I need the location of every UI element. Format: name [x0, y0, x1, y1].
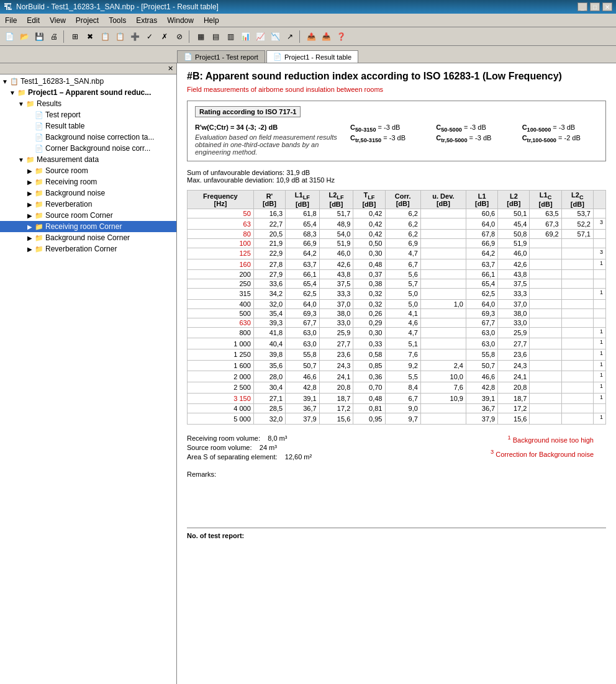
toolbar-btn11[interactable]: ✗ — [158, 30, 171, 43]
cell-3-10 — [561, 238, 593, 248]
menu-view[interactable]: View — [45, 15, 71, 26]
toolbar-chart1[interactable]: 📊 — [238, 30, 252, 43]
app-icon: 🏗 — [4, 2, 12, 12]
tree-expand-8[interactable]: ▶ — [26, 167, 34, 174]
tree-expand-1[interactable]: ▼ — [9, 89, 16, 96]
toolbar-table[interactable]: ▦ — [194, 30, 207, 43]
tree-item-14[interactable]: ▶📁Background noise Corner — [0, 232, 176, 243]
cell-20-5: 9,7 — [385, 413, 420, 425]
cell-10-1: 35,4 — [253, 308, 285, 318]
tree-item-3[interactable]: 📄Test report — [0, 109, 176, 120]
minimize-btn[interactable]: _ — [578, 2, 587, 11]
tree-item-4[interactable]: 📄Result table — [0, 120, 176, 132]
toolbar-export2[interactable]: 📥 — [319, 30, 333, 43]
toolbar-btn9[interactable]: ➕ — [128, 30, 142, 43]
cell-15-8: 24,3 — [498, 360, 530, 371]
toolbar-arrow[interactable]: ↗ — [283, 30, 297, 43]
tree-expand-7[interactable]: ▼ — [17, 156, 25, 163]
tree-item-2[interactable]: ▼📁Results — [0, 98, 176, 109]
menu-edit[interactable]: Edit — [22, 15, 45, 26]
table-row-12: 80041,863,025,90,304,763,025,91 — [188, 327, 606, 338]
cell-11-0: 630 — [188, 318, 254, 327]
cell-2-7: 67,8 — [466, 229, 497, 238]
tree-item-15[interactable]: ▶📁Reverberation Corner — [0, 243, 176, 254]
tree-item-6[interactable]: 📄Corner Background noise corr... — [0, 143, 176, 154]
toolbar-chart2[interactable]: 📈 — [253, 30, 267, 43]
cell-10-9 — [530, 308, 561, 318]
tree-label-0: Test1_16283-1_SAN.nbp — [20, 77, 104, 86]
cell-3-11 — [594, 238, 606, 248]
panel-close-btn[interactable]: ✕ — [166, 65, 175, 73]
tree-expand-15[interactable]: ▶ — [26, 245, 34, 253]
cell-6-2: 66,1 — [286, 270, 320, 279]
report-subtitle: Field measurements of airborne sound ins… — [187, 86, 606, 93]
tab-icon-1: 📄 — [184, 53, 192, 61]
tree-expand-13[interactable]: ▶ — [26, 223, 34, 230]
cell-3-0: 100 — [188, 238, 254, 248]
menu-file[interactable]: File — [0, 15, 22, 26]
toolbar-export1[interactable]: 📤 — [304, 30, 318, 43]
tree-label-9: Receiving room — [45, 178, 97, 186]
toolbar-btn6[interactable]: ✖ — [83, 30, 97, 43]
cell-5-0: 160 — [188, 259, 254, 270]
cell-10-0: 500 — [188, 308, 254, 318]
tree-expand-2[interactable]: ▼ — [17, 100, 25, 107]
toolbar-btn12[interactable]: ⊘ — [173, 30, 186, 43]
menu-bar: File Edit View Project Tools Extras Wind… — [0, 14, 616, 27]
cell-12-3: 25,9 — [319, 327, 353, 338]
cell-14-5: 7,6 — [385, 349, 420, 361]
tree-item-13[interactable]: ▶📁Receiving room Corner — [0, 221, 176, 232]
toolbar-print[interactable]: 🖨 — [47, 30, 61, 43]
tree-item-12[interactable]: ▶📁Source room Corner — [0, 210, 176, 221]
toolbar-open[interactable]: 📂 — [17, 30, 31, 43]
tab-test-report[interactable]: 📄 Project1 - Test report — [177, 50, 265, 63]
cell-5-8: 42,6 — [498, 259, 530, 270]
toolbar-bar[interactable]: ▥ — [224, 30, 237, 43]
toolbar-help[interactable]: ❓ — [334, 30, 348, 43]
cell-18-0: 3 150 — [188, 393, 254, 404]
tree-expand-0[interactable]: ▼ — [1, 78, 9, 85]
maximize-btn[interactable]: □ — [590, 2, 600, 11]
toolbar-btn5[interactable]: ⊞ — [68, 30, 82, 43]
footer-left: Receiving room volume: 8,0 m³ Source roo… — [187, 434, 312, 461]
toolbar-new[interactable]: 📄 — [2, 30, 16, 43]
menu-project[interactable]: Project — [71, 15, 104, 26]
tree-item-9[interactable]: ▶📁Receiving room — [0, 176, 176, 187]
doc-icon-3: 📄 — [34, 110, 44, 120]
tree-expand-9[interactable]: ▶ — [26, 178, 34, 186]
toolbar-btn10[interactable]: ✓ — [143, 30, 156, 43]
tree-item-0[interactable]: ▼📋Test1_16283-1_SAN.nbp — [0, 76, 176, 87]
tree-item-8[interactable]: ▶📁Source room — [0, 165, 176, 176]
tree-item-5[interactable]: 📄Background noise correction ta... — [0, 132, 176, 143]
tree-expand-10[interactable]: ▶ — [26, 189, 34, 197]
close-btn[interactable]: ✕ — [602, 2, 612, 11]
tree-item-1[interactable]: ▼📁Project1 – Apparent sound reduc... — [0, 87, 176, 98]
cell-7-4: 0,38 — [353, 279, 385, 289]
cell-3-9 — [530, 238, 561, 248]
cell-5-2: 63,7 — [286, 259, 320, 270]
tree-expand-12[interactable]: ▶ — [26, 212, 34, 219]
tree-item-11[interactable]: ▶📁Reverberation — [0, 199, 176, 210]
tab-result-table[interactable]: 📄 Project1 - Result table — [266, 50, 358, 63]
tree-expand-11[interactable]: ▶ — [26, 200, 34, 208]
cell-19-5: 9,0 — [385, 404, 420, 413]
cell-9-5: 5,0 — [385, 299, 420, 308]
tree-item-10[interactable]: ▶📁Background noise — [0, 187, 176, 199]
cell-14-0: 1 250 — [188, 349, 254, 361]
cell-4-0: 125 — [188, 248, 254, 259]
folder-icon-7: 📁 — [25, 155, 35, 164]
toolbar-btn7[interactable]: 📋 — [98, 30, 112, 43]
tree-item-7[interactable]: ▼📁Measurement data — [0, 154, 176, 165]
toolbar-btn8[interactable]: 📋 — [113, 30, 127, 43]
toolbar-save[interactable]: 💾 — [32, 30, 46, 43]
menu-tools[interactable]: Tools — [104, 15, 131, 26]
cell-3-2: 66,9 — [286, 238, 320, 248]
tree-label-3: Test report — [45, 110, 81, 119]
tree-expand-14[interactable]: ▶ — [26, 234, 34, 241]
cell-10-2: 69,3 — [286, 308, 320, 318]
menu-window[interactable]: Window — [162, 15, 199, 26]
toolbar-chart3[interactable]: 📉 — [268, 30, 282, 43]
menu-extras[interactable]: Extras — [131, 15, 162, 26]
menu-help[interactable]: Help — [199, 15, 224, 26]
toolbar-grid[interactable]: ▤ — [209, 30, 222, 43]
